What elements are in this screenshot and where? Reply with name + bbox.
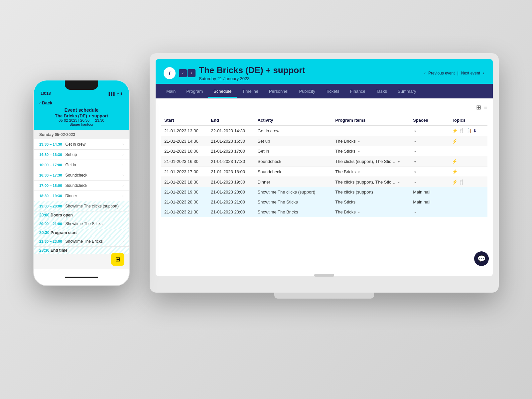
cell-topics: ⚡ 🍴 <box>449 177 487 187</box>
tab-schedule[interactable]: Schedule <box>208 85 237 98</box>
cell-program: The clicks (support), The Stic… ▾ <box>332 156 410 167</box>
signal-icons: ▌▌▌ △ ▮ <box>109 92 122 95</box>
list-item[interactable]: 20:00 – 21:00 Showtime The Sticks › <box>34 219 129 229</box>
event-activity: Dinner <box>66 194 119 198</box>
table-row[interactable]: 21-01-2023 18:30 21-01-2023 19:30 Dinner… <box>161 177 487 187</box>
grid-view-button[interactable]: ⊞ <box>476 104 481 111</box>
nav-right-button[interactable]: › <box>188 69 196 77</box>
event-activity: Showtime The Sticks <box>66 221 119 226</box>
cell-program: The clicks (support), The Stic… ▾ <box>332 177 410 187</box>
table-row[interactable]: 21-01-2023 16:30 21-01-2023 17:30 Soundc… <box>161 156 487 167</box>
mobile-special-time: 20:30 Program start <box>34 229 129 236</box>
cell-activity: Showtime The clicks (support) <box>254 187 332 197</box>
cell-end: 21-01-2023 20:00 <box>207 187 254 197</box>
cell-start: 21-01-2023 14:30 <box>161 136 207 146</box>
cell-end: 21-01-2023 18:00 <box>207 167 254 177</box>
col-header-end: End <box>207 115 254 126</box>
cell-activity: Soundcheck <box>254 167 332 177</box>
event-time: 19:00 – 20:00 <box>39 204 62 208</box>
event-activity: Showtime The clicks (support) <box>66 204 119 208</box>
cell-spaces: ▾ <box>410 126 449 136</box>
table-header-row: Start End Activity Program items Spaces … <box>161 115 487 126</box>
cell-start: 21-01-2023 19:00 <box>161 187 207 197</box>
mobile-header: ‹ Back Event schedule The Bricks (DE) + … <box>34 98 129 130</box>
back-button[interactable]: ‹ Back <box>39 100 52 105</box>
table-row[interactable]: 21-01-2023 17:00 21-01-2023 18:00 Soundc… <box>161 167 487 177</box>
cell-activity: Get in crew <box>254 126 332 136</box>
tab-finance[interactable]: Finance <box>345 85 371 98</box>
list-item[interactable]: 16:30 – 17:30 Soundcheck › <box>34 170 129 181</box>
event-date-text: Saturday 21 January 2023 <box>199 76 305 81</box>
col-header-spaces: Spaces <box>410 115 449 126</box>
mobile-event-title: The Bricks (DE) + support <box>39 113 124 118</box>
cell-activity: Get in <box>254 146 332 156</box>
tab-program[interactable]: Program <box>181 85 208 98</box>
tab-personnel[interactable]: Personnel <box>264 85 294 98</box>
list-item[interactable]: 17:00 – 18:00 Soundcheck › <box>34 181 129 191</box>
table-row[interactable]: 21-01-2023 16:00 21-01-2023 17:00 Get in… <box>161 146 487 156</box>
tab-summary[interactable]: Summary <box>392 85 422 98</box>
cell-spaces: ▾ <box>410 167 449 177</box>
table-row[interactable]: 21-01-2023 14:30 21-01-2023 16:30 Set up… <box>161 136 487 146</box>
cell-program: The Sticks ▾ <box>332 146 410 156</box>
event-title: The Bricks (DE) + support Saturday 21 Ja… <box>199 65 305 81</box>
nav-left-button[interactable]: ‹ <box>179 69 187 77</box>
next-event-link[interactable]: Next event <box>461 71 480 75</box>
grid-button[interactable]: ⊞ <box>111 253 124 266</box>
cell-topics <box>449 187 487 197</box>
list-item[interactable]: 14:30 – 16:30 Set up › <box>34 150 129 160</box>
cell-program <box>332 126 410 136</box>
mobile-header-top: ‹ Back <box>39 100 124 105</box>
schedule-table: Start End Activity Program items Spaces … <box>161 115 487 217</box>
tab-tasks[interactable]: Tasks <box>371 85 392 98</box>
list-item[interactable]: 16:00 – 17:00 Get in › <box>34 160 129 170</box>
tab-timeline[interactable]: Timeline <box>237 85 264 98</box>
cell-topics: ⚡ <box>449 167 487 177</box>
tab-main[interactable]: Main <box>161 85 181 98</box>
table-row[interactable]: 21-01-2023 21:30 21-01-2023 23:00 Showti… <box>161 207 487 217</box>
scene: i ‹ › The Bricks (DE) + support Saturday… <box>33 33 499 366</box>
list-item[interactable]: 21:30 – 23:00 Showtime The Bricks › <box>34 236 129 247</box>
tab-tickets[interactable]: Tickets <box>321 85 345 98</box>
cell-end: 21-01-2023 19:30 <box>207 177 254 187</box>
event-time: 18:30 – 19:30 <box>39 194 62 198</box>
cell-topics: ⚡ <box>449 136 487 146</box>
chevron-right-icon: › <box>122 142 124 147</box>
cell-start: 21-01-2023 16:00 <box>161 146 207 156</box>
list-item[interactable]: 13:30 – 14:30 Get in crew › <box>34 139 129 150</box>
event-time: 13:30 – 14:30 <box>39 142 62 146</box>
event-time: 14:30 – 16:30 <box>39 153 62 157</box>
list-item[interactable]: 19:00 – 20:00 Showtime The clicks (suppo… <box>34 201 129 211</box>
cell-spaces: ▾ <box>410 136 449 146</box>
cell-activity: Showtime The Sticks <box>254 197 332 207</box>
laptop-header: i ‹ › The Bricks (DE) + support Saturday… <box>156 59 493 84</box>
day-header: Sunday 05-02-2023 <box>34 130 129 139</box>
event-navigation: ‹ Previous event | Next event › <box>424 71 485 75</box>
chat-button[interactable]: 💬 <box>474 251 489 266</box>
event-time: 21:30 – 23:00 <box>39 239 62 243</box>
event-time: 16:30 – 17:30 <box>39 173 62 177</box>
cell-program: The Sticks <box>332 197 410 207</box>
list-item[interactable]: 18:30 – 19:30 Dinner › <box>34 191 129 201</box>
cell-start: 21-01-2023 13:30 <box>161 126 207 136</box>
cell-spaces: ▾ <box>410 146 449 156</box>
back-label: Back <box>42 100 52 105</box>
cell-end: 21-01-2023 17:00 <box>207 146 254 156</box>
list-view-button[interactable]: ≡ <box>484 104 487 111</box>
cell-end: 22-01-2023 14:30 <box>207 126 254 136</box>
cell-activity: Set up <box>254 136 332 146</box>
divider: | <box>458 71 459 75</box>
event-activity: Get in <box>66 163 119 167</box>
mobile-device: 10:18 ▌▌▌ △ ▮ ‹ Back Event schedule The … <box>33 80 130 286</box>
table-row[interactable]: 21-01-2023 20:00 21-01-2023 21:00 Showti… <box>161 197 487 207</box>
table-row[interactable]: 21-01-2023 13:30 22-01-2023 14:30 Get in… <box>161 126 487 136</box>
mobile-bottom-bar <box>34 269 129 285</box>
chevron-right-icon: › <box>483 71 484 75</box>
cell-topics: ⚡ <box>449 156 487 167</box>
laptop-content: ⊞ ≡ Start End Activity Program items Spa… <box>156 98 493 276</box>
event-activity: Soundcheck <box>66 183 119 188</box>
table-row[interactable]: 21-01-2023 19:00 21-01-2023 20:00 Showti… <box>161 187 487 197</box>
chevron-right-icon: › <box>122 221 124 226</box>
tab-publicity[interactable]: Publicity <box>294 85 320 98</box>
previous-event-link[interactable]: Previous event <box>428 71 455 75</box>
